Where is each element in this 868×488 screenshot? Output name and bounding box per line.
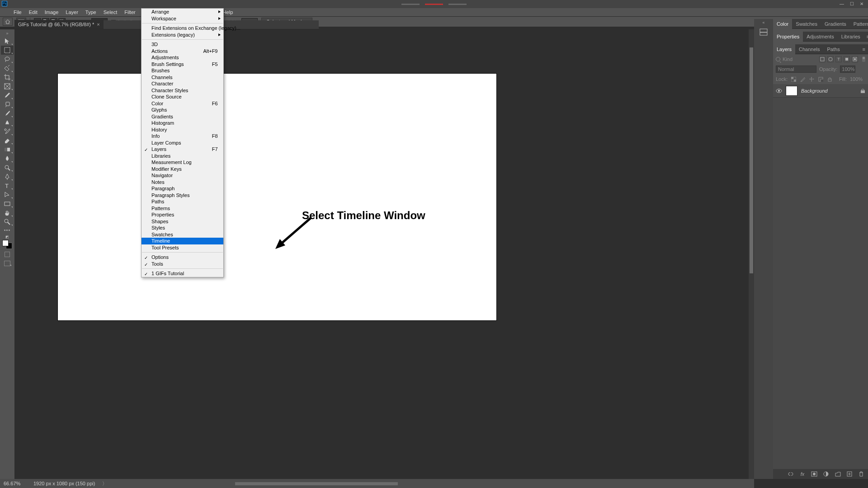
tab-paths[interactable]: Paths: [824, 44, 844, 54]
menu-item-paths[interactable]: Paths: [142, 198, 223, 205]
menu-item-histogram[interactable]: Histogram: [142, 120, 223, 127]
pen-tool[interactable]: [1, 172, 14, 181]
menu-item-gradients[interactable]: Gradients: [142, 113, 223, 120]
panel-menu-icon[interactable]: ≡: [860, 47, 868, 52]
filter-pixel-icon[interactable]: [819, 56, 826, 62]
tab-gradients[interactable]: Gradients: [821, 19, 850, 29]
menu-item-brushes[interactable]: Brushes: [142, 67, 223, 74]
menu-item-character[interactable]: Character: [142, 80, 223, 87]
lock-position-icon[interactable]: [809, 76, 815, 82]
document-tab[interactable]: GIFs Tutorial @ 66.7% (RGB/8#) * ×: [14, 20, 104, 29]
menu-image[interactable]: Image: [41, 8, 62, 16]
menu-item-adjustments[interactable]: Adjustments: [142, 54, 223, 61]
marquee-tool[interactable]: [1, 46, 14, 55]
fill-input[interactable]: 100%: [850, 76, 865, 82]
group-icon[interactable]: [835, 471, 841, 477]
menu-item-workspace[interactable]: Workspace: [142, 15, 223, 22]
layer-mask-icon[interactable]: [811, 471, 817, 477]
screen-mode-icon[interactable]: [4, 261, 10, 266]
new-layer-icon[interactable]: [846, 471, 853, 477]
menu-item-timeline[interactable]: Timeline: [142, 238, 223, 244]
menu-layer[interactable]: Layer: [62, 8, 82, 16]
filter-type-icon[interactable]: T: [835, 56, 842, 62]
menu-item-glyphs[interactable]: Glyphs: [142, 107, 223, 113]
menu-item-character-styles[interactable]: Character Styles: [142, 87, 223, 94]
hand-tool[interactable]: [1, 208, 14, 217]
home-button[interactable]: [3, 18, 13, 26]
filter-kind-select[interactable]: Kind: [783, 56, 793, 62]
menu-item-shapes[interactable]: Shapes: [142, 218, 223, 225]
document-info[interactable]: 1920 px x 1080 px (150 ppi): [33, 481, 95, 486]
menu-edit[interactable]: Edit: [25, 8, 41, 16]
menu-item-brush-settings[interactable]: Brush SettingsF5: [142, 61, 223, 68]
menu-type[interactable]: Type: [82, 8, 100, 16]
tab-swatches[interactable]: Swatches: [792, 19, 821, 29]
default-colors-icon[interactable]: ◩: [5, 235, 9, 239]
adjustment-layer-icon[interactable]: [823, 471, 829, 477]
path-selection-tool[interactable]: [1, 190, 14, 199]
menu-item-tool-presets[interactable]: Tool Presets: [142, 244, 223, 251]
menu-item-measurement-log[interactable]: Measurement Log: [142, 159, 223, 166]
toolbar-collapse-icon[interactable]: »: [6, 31, 8, 36]
tab-adjustments[interactable]: Adjustments: [803, 32, 838, 42]
expand-panels-icon[interactable]: «: [754, 20, 773, 25]
window-minimize-button[interactable]: —: [837, 1, 846, 7]
blur-tool[interactable]: [1, 154, 14, 163]
menu-file[interactable]: File: [10, 8, 25, 16]
frame-tool[interactable]: [1, 82, 14, 91]
dodge-tool[interactable]: [1, 163, 14, 172]
layer-style-icon[interactable]: fx: [799, 471, 806, 477]
lock-artboard-icon[interactable]: [818, 76, 824, 82]
lock-all-icon[interactable]: [827, 76, 833, 82]
tab-properties[interactable]: Properties: [773, 32, 803, 42]
menu-item-1-gifs-tutorial[interactable]: 1 GIFs Tutorial✓: [142, 270, 223, 277]
menu-item-modifier-keys[interactable]: Modifier Keys: [142, 166, 223, 173]
clone-stamp-tool[interactable]: [1, 118, 14, 127]
tab-libraries[interactable]: Libraries: [838, 32, 864, 42]
delete-layer-icon[interactable]: [858, 471, 864, 477]
blend-mode-select[interactable]: Normal: [776, 66, 816, 73]
edit-toolbar-icon[interactable]: •••: [4, 227, 11, 233]
filter-shape-icon[interactable]: [844, 56, 850, 62]
eraser-tool[interactable]: [1, 136, 14, 145]
doc-info-menu-icon[interactable]: 〉: [102, 480, 107, 487]
move-tool[interactable]: [1, 37, 14, 46]
menu-item-history[interactable]: History: [142, 127, 223, 133]
brush-tool[interactable]: [1, 109, 14, 118]
menu-item-navigator[interactable]: Navigator: [142, 172, 223, 179]
menu-item-info[interactable]: InfoF8: [142, 133, 223, 140]
menu-item-channels[interactable]: Channels: [142, 74, 223, 81]
window-close-button[interactable]: ✕: [857, 1, 866, 7]
color-swatch[interactable]: [2, 240, 12, 249]
menu-item-swatches[interactable]: Swatches: [142, 231, 223, 238]
layer-name[interactable]: Background: [801, 88, 828, 94]
lock-transparent-icon[interactable]: [791, 76, 797, 82]
zoom-level[interactable]: 66.67%: [4, 481, 26, 486]
panel-menu-icon[interactable]: ≡: [864, 34, 868, 39]
quick-mask-icon[interactable]: [5, 252, 10, 257]
healing-brush-tool[interactable]: [1, 100, 14, 109]
quick-selection-tool[interactable]: [1, 64, 14, 73]
opacity-input[interactable]: 100%: [840, 66, 855, 73]
menu-item-extensions-legacy[interactable]: Extensions (legacy): [142, 32, 223, 38]
horizontal-scrollbar[interactable]: [235, 482, 741, 485]
menu-item-paragraph-styles[interactable]: Paragraph Styles: [142, 192, 223, 199]
menu-item-properties[interactable]: Properties: [142, 211, 223, 218]
history-brush-tool[interactable]: [1, 127, 14, 136]
menu-item-libraries[interactable]: Libraries: [142, 153, 223, 160]
layer-row[interactable]: Background: [773, 84, 868, 98]
menu-item-color[interactable]: ColorF6: [142, 100, 223, 107]
search-icon[interactable]: [776, 57, 780, 61]
gradient-tool[interactable]: [1, 145, 14, 154]
rectangle-tool[interactable]: [1, 199, 14, 208]
tab-color[interactable]: Color: [773, 19, 792, 29]
filter-toggle[interactable]: [862, 56, 865, 62]
vertical-scrollbar[interactable]: [749, 29, 754, 479]
zoom-tool[interactable]: [1, 217, 14, 226]
window-maximize-button[interactable]: ☐: [847, 1, 856, 7]
menu-item-arrange[interactable]: Arrange: [142, 9, 223, 15]
filter-adjustment-icon[interactable]: [827, 56, 834, 62]
layer-thumbnail[interactable]: [786, 86, 797, 96]
close-icon[interactable]: ×: [97, 20, 99, 29]
link-layers-icon[interactable]: [788, 471, 794, 477]
